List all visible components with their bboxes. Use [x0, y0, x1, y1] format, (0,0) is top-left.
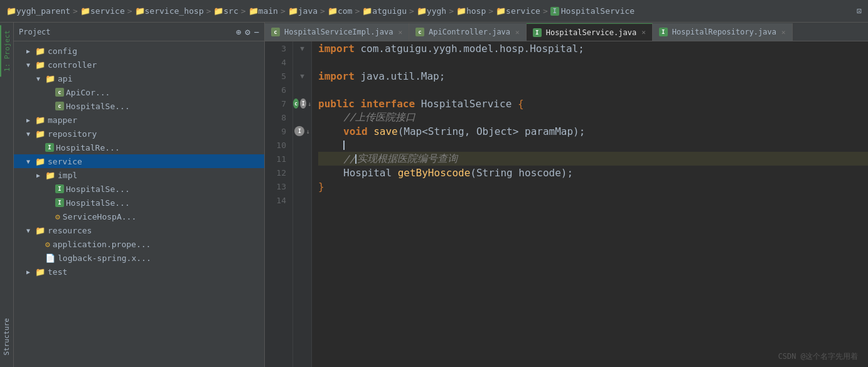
props-icon: ⚙ — [45, 240, 50, 249]
tree-item-mapper[interactable]: ▶ 📁 mapper — [14, 113, 264, 127]
breadcrumb-src[interactable]: src — [223, 6, 238, 16]
line-num-7: 7 — [271, 97, 286, 110]
line-num-9: 9 — [271, 124, 286, 138]
tree-item-repository[interactable]: ▼ 📁 repository — [14, 127, 264, 141]
breadcrumb-sep-5: > — [281, 6, 286, 16]
breadcrumb-yygh-parent[interactable]: yygh_parent — [16, 6, 70, 16]
tree-item-hospitalservice-2[interactable]: I HospitalSe... — [14, 196, 264, 210]
line-num-13: 13 — [271, 179, 286, 193]
fold-icon-3[interactable]: ▼ — [300, 45, 304, 53]
tree-item-controller[interactable]: ▼ 📁 controller — [14, 58, 264, 72]
tab-close-icon[interactable]: ✕ — [398, 28, 402, 36]
sidebar: Project ⊕ ⚙ − ▶ 📁 config ▼ 📁 controller — [14, 23, 265, 367]
down-arrow-9: ↓ — [306, 128, 309, 135]
gutter-3: ▼ — [293, 41, 311, 55]
left-tab-structure[interactable]: Structure — [1, 313, 13, 361]
tree-item-label: ApiCor... — [66, 88, 110, 97]
tree-item-impl[interactable]: ▶ 📁 impl — [14, 168, 264, 182]
tree-item-apicontroller[interactable]: c ApiCor... — [14, 85, 264, 99]
method-save-9: save — [373, 125, 398, 137]
tab-badge-c: c — [271, 28, 280, 36]
tab-hospital-service-impl[interactable]: c HospitalServiceImpl.java ✕ — [265, 23, 409, 41]
left-tab-project[interactable]: 1: Project — [0, 25, 13, 77]
method-get-12: getByHoscode — [398, 167, 471, 179]
tab-hospital-repository[interactable]: I HospitalRepository.java ✕ — [653, 23, 793, 41]
editor-content: 3 4 5 6 7 8 9 10 11 12 13 14 ▼ — [265, 41, 868, 367]
line-num-6: 6 — [271, 83, 286, 97]
tree-item-hospital-repo[interactable]: I HospitalRe... — [14, 141, 264, 154]
file-icon: ⚙ — [55, 212, 60, 221]
breadcrumb-sep-3: > — [206, 6, 211, 16]
tree-item-service[interactable]: ▼ 📁 service — [14, 154, 264, 168]
arrow-icon: ▶ — [26, 269, 35, 275]
breadcrumb-folder-icon-9: 📁 — [417, 6, 427, 16]
breadcrumb-main[interactable]: main — [259, 6, 278, 16]
kw-interface-7: interface — [360, 98, 421, 110]
gutter-4 — [293, 55, 311, 69]
tree-item-resources[interactable]: ▼ 📁 resources — [14, 223, 264, 237]
tree-item-label: ServiceHospA... — [63, 212, 136, 221]
code-line-7: public interface HospitalService { — [318, 97, 868, 110]
tree-item-logback[interactable]: 📄 logback-spring.x... — [14, 251, 264, 265]
tree-item-hospitalservice-ctrl[interactable]: c HospitalSe... — [14, 99, 264, 113]
breadcrumb-folder-icon-8: 📁 — [362, 6, 372, 16]
breadcrumb-atguigu[interactable]: atguigu — [372, 6, 407, 16]
tab-label: HospitalServiceImpl.java — [284, 28, 393, 36]
tab-close-icon2[interactable]: ✕ — [515, 28, 520, 36]
arrow-icon: ▼ — [26, 130, 35, 137]
tab-close-icon3[interactable]: ✕ — [641, 28, 646, 36]
gutter-9: I ↓ — [293, 124, 311, 138]
breadcrumb-interface-badge: I — [550, 7, 559, 16]
tree-item-api[interactable]: ▼ 📁 api — [14, 72, 264, 85]
tab-close-icon4[interactable]: ✕ — [781, 28, 786, 36]
breadcrumb-folder-icon-10: 📁 — [456, 6, 466, 16]
kw-import-3: import — [318, 43, 360, 55]
collapse-icon[interactable]: − — [254, 27, 259, 37]
breadcrumb-service[interactable]: service — [90, 6, 125, 16]
breadcrumb-hospital-service[interactable]: HospitalService — [561, 6, 635, 16]
interface-badge-i2: I — [55, 184, 64, 193]
tree-item-test[interactable]: ▶ 📁 test — [14, 265, 264, 279]
settings-icon[interactable]: ⚙ — [245, 27, 250, 37]
kw-void-9: void — [343, 125, 373, 137]
folder-icon: 📁 — [35, 267, 45, 277]
line-num-4: 4 — [271, 55, 286, 69]
comment-11: // — [343, 153, 355, 165]
arrow-icon: ▼ — [26, 227, 35, 234]
breadcrumb-service-2[interactable]: service — [506, 6, 540, 16]
sync-icon[interactable]: ⊕ — [236, 27, 241, 37]
gutter-6 — [293, 83, 311, 97]
breadcrumb-folder-icon-6: 📁 — [288, 6, 298, 16]
breadcrumb-service-hosp[interactable]: service_hosp — [145, 6, 204, 16]
breadcrumb-com[interactable]: com — [338, 6, 352, 16]
tree-item-appprops[interactable]: ⚙ application.prope... — [14, 237, 264, 251]
tab-hospital-service[interactable]: I HospitalService.java ✕ — [527, 23, 653, 41]
breadcrumb-folder-icon-2: 📁 — [80, 6, 90, 16]
code-line-13: } — [318, 179, 868, 193]
arrow-icon: ▶ — [36, 172, 45, 179]
fold-icon-5[interactable]: ▼ — [300, 72, 304, 80]
code-text[interactable]: import com.atguigu.yygh.model.hosp.Hospi… — [312, 41, 868, 367]
breadcrumb-bar: 📁 yygh_parent > 📁 service > 📁 service_ho… — [0, 0, 868, 23]
import-path-3: com.atguigu.yygh.model.hosp.Hospital; — [360, 43, 584, 55]
tab-api-controller[interactable]: c ApiController.java ✕ — [409, 23, 527, 41]
tab-label: HospitalRepository.java — [672, 28, 776, 36]
gutter-col: ▼ ▼ c I ↓ I — [293, 41, 312, 367]
tree-item-hospitalservice-1[interactable]: I HospitalSe... — [14, 182, 264, 196]
close-brace-13: } — [318, 181, 324, 193]
breadcrumb-hosp[interactable]: hosp — [466, 6, 486, 16]
breadcrumb-folder-icon-3: 📁 — [135, 6, 145, 16]
tab-badge-i: I — [533, 28, 542, 37]
tree-item-servicehosp[interactable]: ⚙ ServiceHospA... — [14, 210, 264, 223]
breadcrumb-java[interactable]: java — [298, 6, 318, 16]
params-12: (String hoscode); — [470, 167, 573, 179]
arrow-icon: ▼ — [36, 75, 45, 82]
tree-item-label: HospitalSe... — [66, 102, 130, 111]
code-line-5: import java.util.Map; — [318, 69, 868, 83]
tree-item-config[interactable]: ▶ 📁 config — [14, 44, 264, 58]
editor-panel: c HospitalServiceImpl.java ✕ c ApiContro… — [265, 23, 868, 367]
gutter-11 — [293, 152, 311, 166]
breadcrumb-yygh[interactable]: yygh — [427, 6, 446, 16]
tree-item-label: HospitalSe... — [66, 184, 130, 194]
breadcrumb-expand-icon[interactable]: ⊡ — [857, 6, 862, 16]
